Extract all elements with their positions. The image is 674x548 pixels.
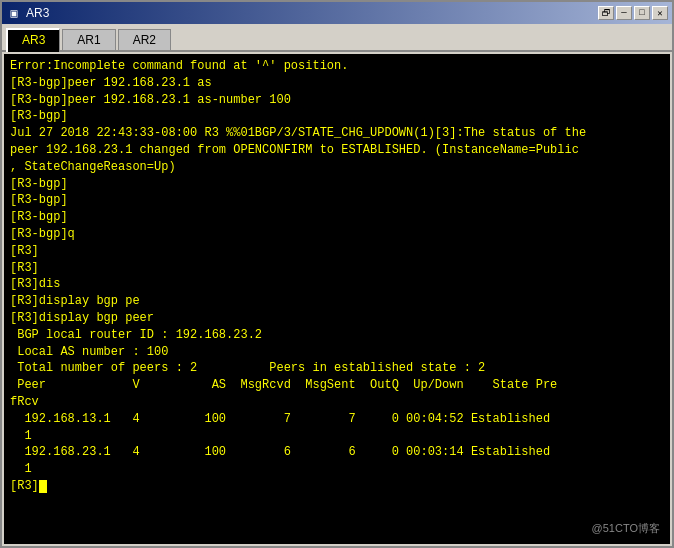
terminal-line: 192.168.13.1 4 100 7 7 0 00:04:52 Establ…	[10, 411, 664, 428]
main-window: ▣ AR3 🗗 ─ □ ✕ AR3 AR1 AR2 Error:Incomple…	[0, 0, 674, 548]
terminal-line: [R3-bgp]	[10, 108, 664, 125]
terminal-line: Peer V AS MsgRcvd MsgSent OutQ Up/Down S…	[10, 377, 664, 394]
terminal-line: 1	[10, 428, 664, 445]
terminal-line: fRcv	[10, 394, 664, 411]
terminal-line: [R3]	[10, 243, 664, 260]
tab-ar1[interactable]: AR1	[62, 29, 115, 50]
terminal-line: 192.168.23.1 4 100 6 6 0 00:03:14 Establ…	[10, 444, 664, 461]
terminal-line: Local AS number : 100	[10, 344, 664, 361]
terminal-line: [R3]display bgp peer	[10, 310, 664, 327]
cursor	[39, 480, 47, 493]
terminal-line: Error:Incomplete command found at '^' po…	[10, 58, 664, 75]
terminal-line: [R3-bgp]	[10, 192, 664, 209]
minimize-button[interactable]: ─	[616, 6, 632, 20]
title-bar: ▣ AR3 🗗 ─ □ ✕	[2, 2, 672, 24]
maximize-button[interactable]: □	[634, 6, 650, 20]
terminal-line: [R3]	[10, 260, 664, 277]
tab-ar3[interactable]: AR3	[6, 28, 60, 52]
window-title: AR3	[26, 6, 598, 20]
window-icon: ▣	[6, 5, 22, 21]
close-button[interactable]: ✕	[652, 6, 668, 20]
terminal-wrapper: Error:Incomplete command found at '^' po…	[2, 52, 672, 546]
tab-ar2[interactable]: AR2	[118, 29, 171, 50]
terminal-line: , StateChangeReason=Up)	[10, 159, 664, 176]
restore-button[interactable]: 🗗	[598, 6, 614, 20]
tab-bar: AR3 AR1 AR2	[2, 24, 672, 52]
terminal-line: [R3-bgp]	[10, 176, 664, 193]
terminal-line: Jul 27 2018 22:43:33-08:00 R3 %%01BGP/3/…	[10, 125, 664, 142]
watermark: @51CTO博客	[592, 521, 660, 536]
terminal-line: [R3-bgp]peer 192.168.23.1 as-number 100	[10, 92, 664, 109]
terminal-line: BGP local router ID : 192.168.23.2	[10, 327, 664, 344]
title-bar-buttons: 🗗 ─ □ ✕	[598, 6, 668, 20]
terminal-line: [R3]display bgp pe	[10, 293, 664, 310]
terminal-line: 1	[10, 461, 664, 478]
terminal-line: peer 192.168.23.1 changed from OPENCONFI…	[10, 142, 664, 159]
terminal-line: [R3]	[10, 478, 664, 495]
terminal-line: [R3-bgp]q	[10, 226, 664, 243]
terminal-line: [R3-bgp]	[10, 209, 664, 226]
terminal-line: Total number of peers : 2 Peers in estab…	[10, 360, 664, 377]
terminal-line: [R3-bgp]peer 192.168.23.1 as	[10, 75, 664, 92]
terminal[interactable]: Error:Incomplete command found at '^' po…	[4, 54, 670, 544]
terminal-line: [R3]dis	[10, 276, 664, 293]
